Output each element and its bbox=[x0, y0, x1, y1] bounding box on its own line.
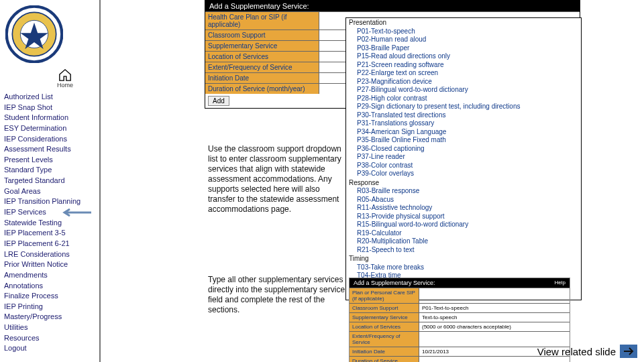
form2-header: Add a Supplementary Service: bbox=[354, 280, 435, 286]
form-row-label: Duration of Service (month/year) bbox=[205, 84, 319, 94]
dropdown-option[interactable]: R15-Bilingual word-to-word dictionary bbox=[346, 221, 581, 229]
sidebar-item[interactable]: Assessment Results bbox=[4, 145, 97, 154]
sidebar-item[interactable]: Annotations bbox=[4, 282, 97, 290]
home-icon bbox=[58, 68, 72, 82]
sidebar-item[interactable]: Finalize Process bbox=[4, 292, 97, 300]
dropdown-option[interactable]: P38-Color contrast bbox=[346, 162, 581, 170]
wv-dept-education-logo bbox=[5, 5, 63, 63]
form-row-label: Classroom Support bbox=[205, 30, 319, 40]
sidebar: Home Authorized ListIEP Snap ShotStudent… bbox=[0, 0, 101, 362]
add-button[interactable]: Add bbox=[208, 96, 229, 106]
form2-row: Classroom SupportP01-Text-to-speech bbox=[350, 303, 570, 312]
view-related-slide-link[interactable]: View related slide bbox=[537, 345, 637, 358]
main-content: Add a Supplementary Service: Health Care… bbox=[101, 0, 644, 362]
form-row-label: Initiation Date bbox=[205, 73, 319, 83]
forward-arrow-icon bbox=[620, 345, 637, 358]
instruction-paragraph-2: Type all other supplementary services di… bbox=[208, 275, 349, 315]
sidebar-item[interactable]: IEP Snap Shot bbox=[4, 103, 97, 112]
home-button[interactable]: Home bbox=[34, 68, 97, 88]
dropdown-option[interactable]: P01-Text-to-speech bbox=[346, 27, 581, 36]
form2-row: Supplementary ServiceText-to-speech bbox=[350, 312, 570, 322]
sidebar-item[interactable]: Prior Written Notice bbox=[4, 260, 97, 269]
form2-help[interactable]: Help bbox=[555, 280, 566, 286]
sidebar-item[interactable]: IEP Printing bbox=[4, 302, 97, 311]
form2-row-label: Location of Services bbox=[350, 322, 419, 331]
sidebar-item[interactable]: IEP Transition Planning bbox=[4, 197, 97, 206]
form2-row-value[interactable] bbox=[419, 288, 570, 303]
form-row-label: Health Care Plan or SIP (if applicable) bbox=[205, 12, 319, 29]
dropdown-option[interactable]: P34-American Sign Language bbox=[346, 128, 581, 137]
form-row-label: Location of Services bbox=[205, 52, 319, 62]
dropdown-option[interactable]: R21-Speech to text bbox=[346, 246, 581, 255]
form2-row-label: Supplementary Service bbox=[350, 313, 419, 322]
sidebar-item[interactable]: Goal Areas bbox=[4, 187, 97, 196]
dropdown-option[interactable]: R13-Provide physical support bbox=[346, 213, 581, 221]
nav-list: Authorized ListIEP Snap ShotStudent Info… bbox=[4, 93, 97, 353]
instruction-paragraph-1: Use the classroom support dropdown list … bbox=[208, 144, 342, 215]
dropdown-option[interactable]: P28-High color contrast bbox=[346, 95, 581, 103]
form-row-label: Supplementary Service bbox=[205, 41, 319, 51]
dropdown-option[interactable]: P15-Read aloud directions only bbox=[346, 52, 581, 61]
dropdown-option[interactable]: P03-Braille Paper bbox=[346, 44, 581, 53]
form2-row-label: Initiation Date bbox=[350, 347, 419, 356]
sidebar-item[interactable]: Standard Type bbox=[4, 166, 97, 174]
form2-row-value[interactable]: Text-to-speech bbox=[419, 313, 570, 322]
sidebar-item[interactable]: Statewide Testing bbox=[4, 219, 97, 227]
dropdown-group-header: Presentation bbox=[346, 18, 581, 27]
classroom-support-dropdown[interactable]: PresentationP01-Text-to-speechP02-Human … bbox=[345, 17, 582, 300]
sidebar-item[interactable]: IEP Considerations bbox=[4, 135, 97, 143]
dropdown-option[interactable]: P31-Translations glossary bbox=[346, 119, 581, 128]
sidebar-item[interactable]: IEP Services bbox=[4, 208, 97, 217]
dropdown-option[interactable]: P21-Screen reading software bbox=[346, 61, 581, 70]
dropdown-option[interactable]: P23-Magnification device bbox=[346, 78, 581, 86]
dropdown-option[interactable]: P37-Line reader bbox=[346, 153, 581, 162]
form-header: Add a Supplementary Service: bbox=[205, 1, 580, 11]
form2-row-label: Plan or Personal Care SIP (if applicable… bbox=[350, 288, 419, 303]
dropdown-group-header: Timing bbox=[346, 254, 581, 263]
sidebar-item[interactable]: Mastery/Progress bbox=[4, 312, 97, 321]
dropdown-option[interactable]: R19-Calculator bbox=[346, 229, 581, 238]
dropdown-option[interactable]: P35-Braille Online Fixed math bbox=[346, 136, 581, 145]
dropdown-option[interactable]: R11-Assistive technology bbox=[346, 204, 581, 213]
dropdown-option[interactable]: R20-Multiplication Table bbox=[346, 237, 581, 246]
dropdown-option[interactable]: P22-Enlarge text on screen bbox=[346, 69, 581, 78]
sidebar-item[interactable]: Student Information bbox=[4, 113, 97, 122]
sidebar-item[interactable]: Resources bbox=[4, 334, 97, 343]
sidebar-item[interactable]: Targeted Standard bbox=[4, 176, 97, 185]
sidebar-item[interactable]: Logout bbox=[4, 344, 97, 353]
dropdown-option[interactable]: R05-Abacus bbox=[346, 196, 581, 204]
form2-row-label: Duration of Service (month/year) bbox=[350, 357, 419, 362]
dropdown-option[interactable]: P39-Color overlays bbox=[346, 170, 581, 178]
pointer-arrow-icon bbox=[62, 208, 91, 219]
sidebar-item[interactable]: ESY Determination bbox=[4, 124, 97, 133]
home-label: Home bbox=[57, 82, 73, 88]
form2-row: Location of Services(5000 or 6000 charac… bbox=[350, 322, 570, 331]
dropdown-option[interactable]: R03-Braille response bbox=[346, 187, 581, 196]
sidebar-item[interactable]: LRE Considerations bbox=[4, 250, 97, 259]
dropdown-option[interactable]: P29-Sign dictionary to present test, inc… bbox=[346, 103, 581, 111]
view-related-label: View related slide bbox=[537, 346, 616, 357]
form2-row-value[interactable]: P01-Text-to-speech bbox=[419, 304, 570, 312]
form2-row-value[interactable]: (5000 or 6000 characters acceptable) bbox=[419, 322, 570, 331]
dropdown-option[interactable]: P02-Human read aloud bbox=[346, 36, 581, 44]
form-row-label: Extent/Frequency of Service bbox=[205, 62, 319, 72]
dropdown-group-header: Response bbox=[346, 178, 581, 188]
dropdown-option[interactable]: P27-Bilingual word-to-word dictionary bbox=[346, 86, 581, 95]
sidebar-item[interactable]: Present Levels bbox=[4, 156, 97, 164]
sidebar-item[interactable]: Amendments bbox=[4, 271, 97, 280]
dropdown-option[interactable]: T03-Take more breaks bbox=[346, 263, 581, 272]
sidebar-item[interactable]: IEP Placement 3-5 bbox=[4, 229, 97, 237]
form2-row-label: Extent/Frequency of Service bbox=[350, 332, 419, 347]
dropdown-option[interactable]: P36-Closed captioning bbox=[346, 145, 581, 154]
sidebar-item[interactable]: Authorized List bbox=[4, 93, 97, 101]
sidebar-item[interactable]: Utilities bbox=[4, 323, 97, 332]
form2-row: Plan or Personal Care SIP (if applicable… bbox=[350, 288, 570, 303]
form2-row-label: Classroom Support bbox=[350, 304, 419, 312]
sidebar-item[interactable]: IEP Placement 6-21 bbox=[4, 239, 97, 248]
dropdown-option[interactable]: P30-Translated test directions bbox=[346, 111, 581, 120]
